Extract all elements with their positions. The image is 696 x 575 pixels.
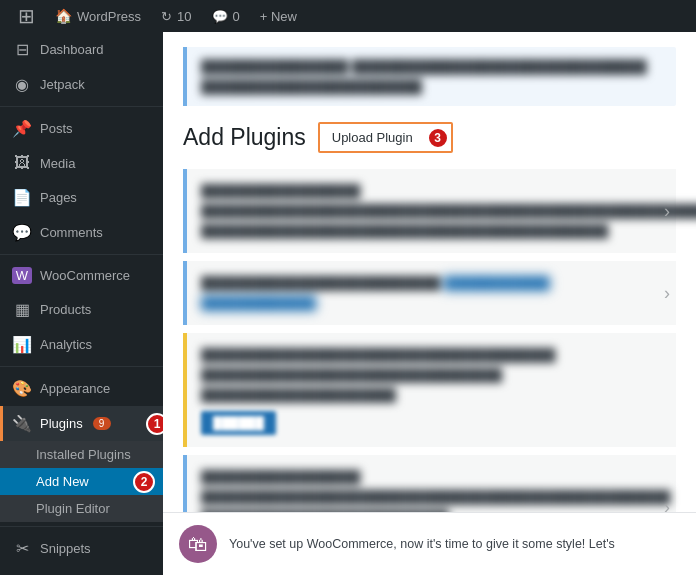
sidebar-item-woocommerce[interactable]: W WooCommerce — [0, 259, 163, 292]
plugin-card-2: ███████████████████████████ ████████████… — [183, 261, 676, 325]
sidebar-item-label: Appearance — [40, 381, 110, 396]
updates-count: 10 — [177, 9, 191, 24]
products-icon: ▦ — [12, 300, 32, 319]
main-content: ████████████████ ███████████████████████… — [163, 32, 696, 575]
woo-notice: 🛍 You've set up WooCommerce, now it's ti… — [163, 512, 696, 575]
sidebar-item-label: Dashboard — [40, 42, 104, 57]
site-icon: 🏠 — [55, 8, 72, 24]
layout: ⊟ Dashboard ◉ Jetpack 📌 Posts 🖼 Media 📄 … — [0, 32, 696, 575]
wp-icon: ⊞ — [18, 4, 35, 28]
installed-plugins-label: Installed Plugins — [36, 447, 131, 462]
sidebar-item-analytics[interactable]: 📊 Analytics — [0, 327, 163, 362]
admin-bar: ⊞ 🏠 WordPress ↻ 10 💬 0 + New — [0, 0, 696, 32]
annotation-3: 3 — [427, 127, 449, 149]
sidebar-item-dashboard[interactable]: ⊟ Dashboard — [0, 32, 163, 67]
comments-link[interactable]: 💬 0 — [204, 0, 248, 32]
sidebar-item-snippets[interactable]: ✂ Snippets — [0, 531, 163, 566]
plugins-badge: 9 — [93, 417, 111, 430]
updates-icon: ↻ — [161, 9, 172, 24]
new-content-link[interactable]: + New — [252, 0, 305, 32]
sidebar: ⊟ Dashboard ◉ Jetpack 📌 Posts 🖼 Media 📄 … — [0, 32, 163, 575]
woo-icon-symbol: 🛍 — [188, 533, 208, 556]
snippets-icon: ✂ — [12, 539, 32, 558]
sidebar-item-label: Products — [40, 302, 91, 317]
dashboard-icon: ⊟ — [12, 40, 32, 59]
woo-notice-text: You've set up WooCommerce, now it's time… — [229, 537, 615, 551]
submenu-add-new[interactable]: Add New 2 — [0, 468, 163, 495]
sidebar-item-plugins-label: Plugins — [40, 416, 83, 431]
sidebar-item-posts[interactable]: 📌 Posts — [0, 111, 163, 146]
annotation-2: 2 — [133, 471, 155, 493]
sidebar-item-label: Jetpack — [40, 77, 85, 92]
notice-text: ████████████████ ███████████████████████… — [201, 57, 662, 96]
sidebar-item-products[interactable]: ▦ Products — [0, 292, 163, 327]
sidebar-item-plugins[interactable]: 🔌 Plugins 9 1 — [0, 406, 163, 441]
more-icon-2: › — [664, 283, 670, 304]
submenu-installed-plugins[interactable]: Installed Plugins — [0, 441, 163, 468]
pages-icon: 📄 — [12, 188, 32, 207]
site-name-link[interactable]: 🏠 WordPress — [47, 0, 149, 32]
sidebar-item-appearance[interactable]: 🎨 Appearance — [0, 371, 163, 406]
sidebar-item-jetpack[interactable]: ◉ Jetpack — [0, 67, 163, 102]
plugin-card-2-content: ███████████████████████████ ████████████… — [201, 273, 662, 313]
appearance-icon: 🎨 — [12, 379, 32, 398]
more-icon-1: › — [664, 201, 670, 222]
page-title: Add Plugins — [183, 124, 306, 151]
upload-plugin-button[interactable]: Upload Plugin — [322, 126, 423, 149]
sidebar-item-pages[interactable]: 📄 Pages — [0, 180, 163, 215]
analytics-icon: 📊 — [12, 335, 32, 354]
submenu-plugin-editor[interactable]: Plugin Editor — [0, 495, 163, 522]
plugins-icon: 🔌 — [12, 414, 32, 433]
sidebar-item-label: Pages — [40, 190, 77, 205]
plugin-card-1-content: ██████████████████ █████████████████████… — [201, 181, 662, 241]
sidebar-item-media[interactable]: 🖼 Media — [0, 146, 163, 180]
annotation-1: 1 — [146, 413, 163, 435]
sidebar-item-comments[interactable]: 💬 Comments — [0, 215, 163, 250]
comments-icon: 💬 — [212, 9, 228, 24]
wp-logo[interactable]: ⊞ — [10, 0, 43, 32]
plugins-submenu: Installed Plugins Add New 2 Plugin Edito… — [0, 441, 163, 522]
comments-sidebar-icon: 💬 — [12, 223, 32, 242]
sidebar-item-label: Comments — [40, 225, 103, 240]
comments-count: 0 — [233, 9, 240, 24]
plugin-card-1: ██████████████████ █████████████████████… — [183, 169, 676, 253]
updates-link[interactable]: ↻ 10 — [153, 0, 199, 32]
plugin-card-3-content: ████████████████████████████████████████… — [201, 345, 662, 405]
site-name-text: WordPress — [77, 9, 141, 24]
woo-icon: 🛍 — [179, 525, 217, 563]
sidebar-item-label: Media — [40, 156, 75, 171]
woocommerce-icon: W — [12, 267, 32, 284]
page-title-row: Add Plugins Upload Plugin 3 — [183, 122, 676, 153]
posts-icon: 📌 — [12, 119, 32, 138]
sidebar-item-label: Analytics — [40, 337, 92, 352]
new-content-label: + New — [260, 9, 297, 24]
add-new-label: Add New — [36, 474, 89, 489]
sidebar-item-label: Posts — [40, 121, 73, 136]
plugin-card-3: ████████████████████████████████████████… — [183, 333, 676, 447]
main-inner: ████████████████ ███████████████████████… — [163, 32, 696, 575]
media-icon: 🖼 — [12, 154, 32, 172]
sidebar-item-label: Snippets — [40, 541, 91, 556]
jetpack-icon: ◉ — [12, 75, 32, 94]
top-notice: ████████████████ ███████████████████████… — [183, 47, 676, 106]
sidebar-item-label: WooCommerce — [40, 268, 130, 283]
plugin-editor-label: Plugin Editor — [36, 501, 110, 516]
plugin-card-3-button[interactable]: ██████ — [201, 411, 276, 435]
